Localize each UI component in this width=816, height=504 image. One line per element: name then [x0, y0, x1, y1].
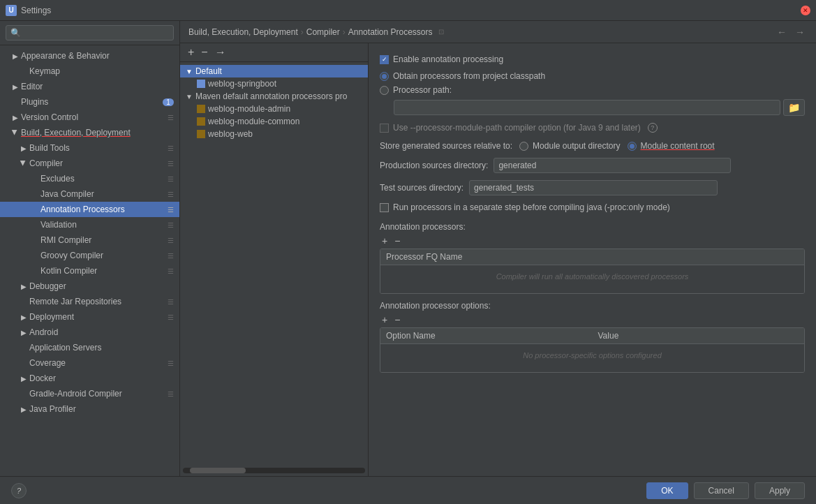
ap-remove-button[interactable]: − — [392, 236, 402, 246]
search-box — [0, 21, 179, 45]
module-icon — [197, 117, 205, 126]
sidebar-item-label: Docker — [29, 373, 56, 383]
sidebar-item-label: Android — [29, 327, 58, 337]
sidebar-item-deployment[interactable]: ▶ Deployment ☰ — [0, 309, 179, 325]
sidebar-item-keymap[interactable]: Keymap — [0, 64, 179, 79]
sidebar-item-version-control[interactable]: ▶ Version Control ☰ — [0, 110, 179, 125]
module-output-dir-option: Module output directory — [519, 141, 620, 151]
split-layout: + − → ▼ Default weblog-springboo — [180, 43, 816, 476]
expand-arrow: ▶ — [11, 52, 20, 60]
expand-arrow: ▶ — [20, 405, 28, 413]
table-body: Compiler will run all automatically disc… — [380, 265, 804, 293]
module-output-dir-radio[interactable] — [519, 142, 528, 151]
use-processor-module-checkbox[interactable] — [380, 124, 389, 133]
breadcrumb-compiler[interactable]: Compiler — [306, 27, 340, 37]
option-value-header: Value — [593, 328, 805, 343]
sidebar-item-docker[interactable]: ▶ Docker — [0, 371, 179, 386]
tree-node-weblog-springboot[interactable]: weblog-springboot — [180, 77, 368, 90]
help-button[interactable]: ? — [11, 483, 27, 498]
ok-button[interactable]: OK — [646, 482, 688, 499]
search-input[interactable] — [6, 25, 174, 40]
obtain-processors-label: Obtain processors from project classpath — [393, 71, 545, 81]
cancel-button[interactable]: Cancel — [694, 482, 749, 499]
question-mark-icon[interactable]: ? — [648, 123, 658, 133]
expand-arrow: ▶ — [20, 282, 28, 290]
sidebar-item-validation[interactable]: Validation ☰ — [0, 217, 179, 232]
tree-item-label: weblog-module-admin — [208, 104, 290, 114]
sidebar-item-groovy-compiler[interactable]: Groovy Compiler ☰ — [0, 248, 179, 263]
sidebar-item-editor[interactable]: ▶ Editor — [0, 79, 179, 94]
no-options-hint: No processor-specific options configured — [380, 344, 804, 366]
plugins-badge: 1 — [163, 98, 174, 106]
tree-node-weblog-module-common[interactable]: weblog-module-common — [180, 115, 368, 128]
use-processor-module-row: Use --processor-module-path compiler opt… — [380, 123, 805, 133]
sidebar-item-remote-jar[interactable]: Remote Jar Repositories ☰ — [0, 294, 179, 309]
nav-back-button[interactable]: ← — [774, 25, 789, 39]
sidebar-item-java-profiler[interactable]: ▶ Java Profiler — [0, 401, 179, 417]
sidebar-item-label: Groovy Compiler — [40, 251, 103, 260]
sidebar-item-annotation-processors[interactable]: Annotation Processors ☰ — [0, 202, 179, 217]
opt-add-button[interactable]: + — [380, 315, 390, 325]
tree-node-weblog-module-admin[interactable]: weblog-module-admin — [180, 103, 368, 115]
sidebar-item-gradle-android[interactable]: Gradle-Android Compiler ☰ — [0, 386, 179, 401]
run-processors-checkbox[interactable] — [380, 203, 389, 212]
processor-path-radio[interactable] — [380, 86, 389, 95]
annotation-processor-options-section: Annotation processor options: + − Option… — [380, 301, 805, 373]
tree-node-maven-default[interactable]: ▼ Maven default annotation processors pr… — [180, 90, 368, 103]
sidebar-item-plugins[interactable]: Plugins 1 — [0, 94, 179, 110]
sidebar-item-java-compiler[interactable]: Java Compiler ☰ — [0, 186, 179, 202]
apply-button[interactable]: Apply — [755, 482, 805, 499]
enable-annotation-checkbox[interactable]: ✓ — [380, 55, 389, 64]
sidebar-item-label: Excludes — [40, 174, 75, 184]
test-sources-label: Test sources directory: — [380, 183, 463, 193]
settings-indicator: ☰ — [168, 313, 174, 321]
sidebar-item-app-servers[interactable]: Application Servers — [0, 340, 179, 355]
module-icon — [197, 130, 205, 138]
settings-indicator: ☰ — [168, 114, 174, 121]
processor-path-input[interactable] — [394, 100, 780, 115]
test-sources-input[interactable] — [469, 180, 718, 195]
processor-fq-name-header: Processor FQ Name — [380, 249, 804, 265]
module-output-dir-label: Module output directory — [533, 141, 620, 151]
expand-arrow: ▶ — [20, 313, 28, 321]
sidebar-item-compiler[interactable]: ▶ Compiler ☰ — [0, 156, 179, 171]
sidebar-item-coverage[interactable]: Coverage ☰ — [0, 355, 179, 371]
tree-remove-button[interactable]: − — [199, 46, 209, 59]
close-button[interactable]: ✕ — [801, 6, 810, 15]
sidebar-item-excludes[interactable]: Excludes ☰ — [0, 171, 179, 186]
settings-indicator: ☰ — [168, 267, 174, 275]
expand-arrow: ▶ — [20, 159, 28, 168]
browse-button[interactable]: 📁 — [783, 99, 805, 116]
production-sources-input[interactable] — [494, 158, 731, 173]
sidebar-item-rmi-compiler[interactable]: RMI Compiler ☰ — [0, 232, 179, 248]
sidebar-item-android[interactable]: ▶ Android — [0, 325, 179, 340]
expand-arrow: ▶ — [20, 144, 28, 152]
processor-path-label: Processor path: — [393, 85, 452, 95]
nav-forward-button[interactable]: → — [792, 25, 808, 39]
tree-node-weblog-web[interactable]: weblog-web — [180, 128, 368, 140]
sidebar-item-appearance[interactable]: ▶ Appearance & Behavior — [0, 48, 179, 64]
sidebar-item-build-execution[interactable]: ▶ Build, Execution, Deployment — [0, 125, 179, 140]
module-content-root-radio[interactable] — [628, 142, 637, 151]
sidebar-item-debugger[interactable]: ▶ Debugger — [0, 279, 179, 294]
sidebar-item-label: Java Profiler — [29, 404, 76, 414]
tree-toolbar: + − → — [180, 43, 368, 62]
tree-navigate-button[interactable]: → — [213, 46, 228, 59]
tree-panel: + − → ▼ Default weblog-springboo — [180, 43, 369, 476]
tree-add-button[interactable]: + — [186, 46, 196, 59]
obtain-processors-radio[interactable] — [380, 72, 389, 81]
expand-arrow: ▶ — [11, 113, 20, 121]
sidebar-item-label: RMI Compiler — [40, 235, 91, 245]
options-table-body: No processor-specific options configured — [380, 344, 804, 372]
ap-add-button[interactable]: + — [380, 236, 390, 246]
sidebar-item-label: Annotation Processors — [40, 205, 125, 214]
sidebar-item-build-tools[interactable]: ▶ Build Tools ☰ — [0, 140, 179, 156]
sidebar-item-label: Editor — [21, 82, 43, 91]
tree-node-default[interactable]: ▼ Default — [180, 65, 368, 77]
opt-remove-button[interactable]: − — [392, 315, 402, 325]
annotation-processors-heading: Annotation processors: — [380, 222, 805, 232]
breadcrumb-build[interactable]: Build, Execution, Deployment — [188, 27, 298, 37]
sidebar-item-label: Build Tools — [29, 143, 70, 153]
sidebar-item-kotlin-compiler[interactable]: Kotlin Compiler ☰ — [0, 263, 179, 279]
test-sources-row: Test sources directory: — [380, 180, 805, 195]
